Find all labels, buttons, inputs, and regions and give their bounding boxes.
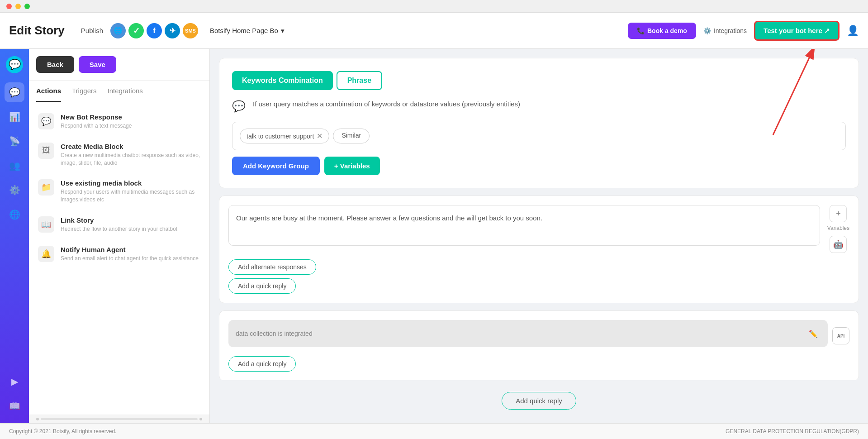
api-icon-button[interactable]: API	[832, 327, 849, 344]
tab-integrations[interactable]: Integrations	[107, 81, 142, 102]
new-bot-response-title: New Bot Response	[61, 113, 132, 121]
bot-icon-button[interactable]: 🤖	[830, 236, 847, 253]
save-button[interactable]: Save	[79, 56, 116, 73]
chat-icon: 💬	[9, 87, 20, 98]
chrome-close-dot[interactable]	[6, 4, 12, 9]
integrations-button[interactable]: ⚙️ Integrations	[703, 27, 747, 34]
left-nav: 💬 💬 📊 📡 👥 ⚙️ 🌐 ▶ 📖	[0, 49, 29, 423]
notify-agent-icon: 🔔	[38, 246, 54, 262]
second-response-header: data collection is integrated ✏️ API	[228, 320, 849, 352]
link-story-title: Link Story	[61, 216, 177, 224]
create-media-title: Create Media Block	[61, 143, 200, 150]
story-panel: Back Save Actions Triggers Integrations …	[29, 49, 210, 423]
keywords-actions: Add Keyword Group + Variables	[232, 157, 846, 175]
main-content: Keywords Combination Phrase 💬 If user qu…	[210, 49, 868, 423]
response-card-1: Our agents are busy at the moment. Pleas…	[219, 196, 859, 303]
keywords-section: Keywords Combination Phrase 💬 If user qu…	[219, 58, 859, 188]
story-panel-header: Back Save	[29, 49, 209, 81]
sidebar-item-globe[interactable]: 🌐	[5, 205, 24, 224]
platform-facebook-icon[interactable]: f	[147, 23, 162, 38]
keywords-desc-icon: 💬	[232, 100, 246, 113]
platform-telegram-icon[interactable]: ✈	[165, 23, 180, 38]
keywords-tabs: Keywords Combination Phrase	[232, 71, 846, 90]
link-story-icon: 📖	[38, 216, 54, 233]
keyword-tag: talk to customer support ✕	[240, 129, 329, 143]
edit-response-button[interactable]: ✏️	[806, 326, 821, 341]
gear-icon: ⚙️	[703, 27, 711, 34]
chrome-minimize-dot[interactable]	[15, 4, 21, 9]
list-item[interactable]: 📖 Link Story Redirect the flow to anothe…	[29, 210, 209, 239]
chrome-maximize-dot[interactable]	[24, 4, 30, 9]
bot-selector-name: Botsify Home Page Bo	[210, 27, 278, 34]
sidebar-item-media[interactable]: ▶	[5, 372, 24, 391]
sidebar-item-broadcast[interactable]: 📡	[5, 131, 24, 151]
platform-icons: 🌐 ✓ f ✈ SMS	[110, 23, 198, 38]
keywords-description: 💬 If user query matches a combination of…	[232, 99, 846, 113]
window-chrome	[0, 0, 868, 13]
test-bot-button[interactable]: Test your bot here ↗	[754, 21, 840, 41]
nav-bottom: ▶ 📖	[5, 372, 24, 416]
story-items-list: 💬 New Bot Response Respond with a text m…	[29, 102, 209, 415]
tab-actions[interactable]: Actions	[36, 81, 61, 102]
variables-button[interactable]: + Variables	[324, 157, 380, 175]
bot-selector[interactable]: Botsify Home Page Bo ▾	[210, 27, 285, 35]
notify-agent-title: Notify Human Agent	[61, 246, 199, 253]
response-card-icons: + Variables 🤖	[827, 205, 849, 253]
list-item[interactable]: 🔔 Notify Human Agent Send an email alert…	[29, 239, 209, 269]
add-variables-button[interactable]: +	[830, 205, 847, 222]
sidebar-item-chat[interactable]: 💬	[5, 82, 24, 102]
user-profile-button[interactable]: 👤	[847, 25, 859, 37]
book-demo-button[interactable]: 📞 Book a demo	[628, 23, 696, 39]
analytics-icon: 📊	[9, 111, 20, 122]
keywords-input-area: talk to customer support ✕ Similar	[232, 122, 846, 150]
bottom-quick-reply-area: Add quick reply	[219, 387, 859, 414]
keywords-desc-text: If user query matches a combination of k…	[253, 99, 520, 110]
list-item[interactable]: 📁 Use existing media block Respond your …	[29, 173, 209, 210]
platform-web-icon[interactable]: 🌐	[110, 23, 126, 38]
remove-keyword-button[interactable]: ✕	[317, 132, 323, 140]
sidebar-item-settings[interactable]: ⚙️	[5, 180, 24, 200]
audience-icon: 👥	[9, 160, 20, 171]
platform-whatsapp-icon[interactable]: ✓	[128, 23, 144, 38]
sidebar-item-audience[interactable]: 👥	[5, 156, 24, 176]
platform-sms-icon[interactable]: SMS	[183, 23, 198, 38]
similar-tag[interactable]: Similar	[333, 129, 370, 143]
new-bot-response-desc: Respond with a text message	[61, 122, 132, 130]
add-keyword-group-button[interactable]: Add Keyword Group	[232, 157, 320, 175]
footer: Copyright © 2021 Botsify, All rights res…	[0, 423, 868, 439]
sidebar-item-library[interactable]: 📖	[5, 396, 24, 416]
add-quick-reply-large-button[interactable]: Add quick reply	[502, 392, 576, 410]
phone-icon: 📞	[637, 27, 645, 34]
bot-selector-chevron: ▾	[281, 27, 285, 35]
main-layout: 💬 💬 📊 📡 👥 ⚙️ 🌐 ▶ 📖	[0, 49, 868, 423]
tab-triggers[interactable]: Triggers	[72, 81, 96, 102]
response-text-1[interactable]: Our agents are busy at the moment. Pleas…	[228, 205, 820, 246]
second-response-actions: Add a quick reply	[228, 356, 849, 372]
nav-logo[interactable]: 💬	[6, 56, 23, 73]
second-response-text: data collection is integrated	[236, 330, 802, 337]
notify-agent-desc: Send an email alert to chat agent for th…	[61, 255, 199, 262]
page-title: Edit Story	[9, 24, 65, 38]
scroll-bar-area	[29, 415, 209, 423]
add-quick-reply-button-1[interactable]: Add a quick reply	[228, 278, 296, 294]
back-button[interactable]: Back	[36, 56, 74, 73]
phrase-tab[interactable]: Phrase	[337, 71, 382, 90]
logo-icon: 💬	[9, 59, 21, 71]
gdpr-text: GENERAL DATA PROTECTION REGULATION(GDPR)	[726, 428, 859, 434]
list-item[interactable]: 🖼 Create Media Block Create a new multim…	[29, 136, 209, 173]
bot-response-icon: 💬	[38, 113, 54, 129]
keywords-combination-tab[interactable]: Keywords Combination	[232, 71, 333, 90]
media-block-icon: 🖼	[38, 143, 54, 159]
globe-icon: 🌐	[9, 209, 20, 220]
use-existing-title: Use existing media block	[61, 179, 200, 187]
library-icon: 📖	[9, 401, 20, 411]
broadcast-icon: 📡	[9, 136, 20, 147]
list-item[interactable]: 💬 New Bot Response Respond with a text m…	[29, 107, 209, 136]
variables-label: Variables	[827, 225, 849, 231]
publish-label: Publish	[81, 27, 103, 34]
add-quick-reply-button-2[interactable]: Add a quick reply	[228, 356, 296, 372]
add-alternate-responses-button[interactable]: Add alternate responses	[228, 259, 316, 275]
sidebar-item-analytics[interactable]: 📊	[5, 107, 24, 127]
response-card-2: data collection is integrated ✏️ API Add…	[219, 310, 859, 380]
user-icon: 👤	[847, 25, 859, 36]
